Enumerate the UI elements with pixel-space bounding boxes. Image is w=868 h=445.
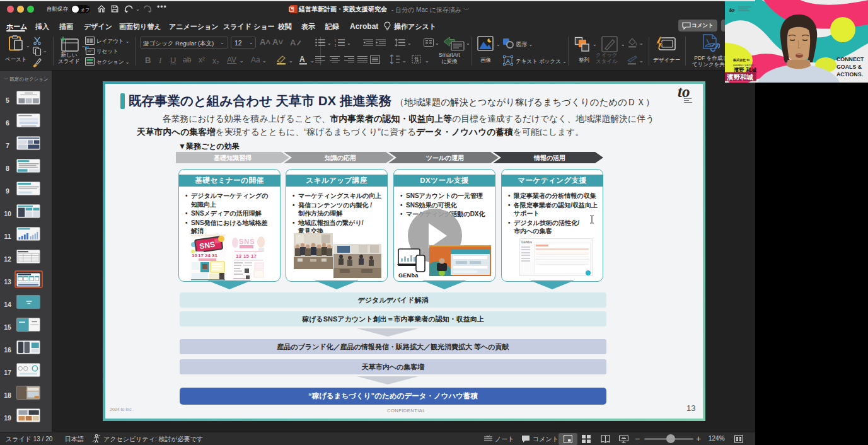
svg-text:ACTIONS.: ACTIONS.	[836, 71, 863, 78]
svg-text:ツールの運用: ツールの運用	[426, 154, 465, 161]
svg-text:SNS: SNS	[239, 238, 255, 245]
svg-text:A: A	[290, 38, 296, 47]
svg-text:⇅: ⇅	[414, 56, 419, 63]
svg-text:GOALS &: GOALS &	[836, 64, 862, 70]
svg-text:to: to	[729, 6, 735, 13]
svg-text:HAMANO KAZUKI: HAMANO KAZUKI	[733, 64, 754, 67]
svg-text:10: 10	[192, 253, 197, 258]
svg-text:知識の応用: 知識の応用	[324, 154, 356, 161]
svg-text:1: 1	[335, 38, 337, 42]
svg-text:15: 15	[243, 253, 249, 259]
svg-text:13: 13	[236, 253, 241, 259]
svg-text:CONNECT: CONNECT	[836, 56, 864, 62]
svg-text:24: 24	[205, 253, 211, 258]
svg-text:31: 31	[212, 253, 217, 258]
svg-text:A: A	[506, 57, 511, 64]
svg-text:17: 17	[198, 253, 204, 258]
svg-text:濱野和城: 濱野和城	[726, 73, 754, 81]
svg-text:GENba: GENba	[398, 272, 419, 278]
svg-text:基礎知識習得: 基礎知識習得	[214, 154, 252, 161]
svg-text:情報の活用: 情報の活用	[533, 154, 565, 161]
svg-text:A: A	[299, 55, 305, 64]
svg-text:2: 2	[335, 43, 337, 47]
svg-text:株式会社 to: 株式会社 to	[732, 58, 749, 62]
svg-text:17: 17	[251, 253, 257, 259]
